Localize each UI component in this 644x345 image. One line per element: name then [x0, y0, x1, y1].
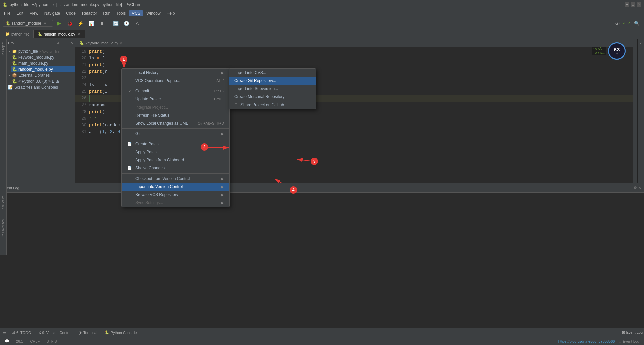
tree-external[interactable]: ▼ 📦 External Libraries — [7, 72, 75, 78]
tree-file-keyword[interactable]: 🐍 keyword_module.py — [11, 54, 75, 60]
menu-help[interactable]: Help — [164, 10, 178, 16]
menu-file[interactable]: File — [1, 10, 13, 16]
git-label: Git: — [615, 21, 621, 25]
tab-terminal[interactable]: ❯ Terminal — [75, 329, 101, 336]
vcs-shelve[interactable]: 📄Shelve Changes... — [122, 164, 229, 172]
vcs-git[interactable]: Git ▶ — [122, 130, 229, 138]
vcs-refresh-status[interactable]: Refresh File Status — [122, 111, 229, 119]
vcs-checkout-label: Checkout from Version Control — [135, 176, 190, 181]
history-button[interactable]: 🕐 — [122, 19, 131, 28]
perf-download-val: 0.1 K/s — [595, 52, 605, 55]
project-side-label[interactable]: 1: Project — [1, 39, 6, 58]
menu-bar: File Edit View Navigate Code Refactor Ru… — [0, 9, 644, 17]
vcs-operations-popup[interactable]: VCS Operations Popup... Alt+` — [122, 77, 229, 85]
project-divider-icon[interactable]: ÷ — [61, 41, 64, 45]
vcs-show-uml[interactable]: Show Local Changes as UML Ctrl+Alt+Shift… — [122, 119, 229, 127]
menu-tools[interactable]: Tools — [114, 10, 128, 16]
vcs-local-history-label: Local History — [135, 70, 158, 75]
vcs-browse[interactable]: Browse VCS Repository ▶ — [122, 191, 229, 199]
submenu-import: Import into CVS... Create Git Repository… — [229, 68, 316, 109]
project-minimize-icon[interactable]: — — [64, 41, 69, 45]
project-gear-icon[interactable]: ⚙ — [56, 41, 60, 45]
menu-navigate[interactable]: Navigate — [42, 10, 63, 16]
menu-vcs[interactable]: VCS — [129, 10, 143, 16]
vcs-apply-patch-clipboard[interactable]: Apply Patch from Clipboard... — [122, 156, 229, 164]
tab-vc-label: 9: Version Control — [42, 331, 71, 335]
tree-root[interactable]: ▼ 📁 python_file F:\python_file — [7, 48, 75, 54]
vcs-local-history[interactable]: Local History ▶ — [122, 69, 229, 77]
menu-view[interactable]: View — [27, 10, 41, 16]
tab-close-icon[interactable]: ✕ — [78, 32, 80, 36]
status-url[interactable]: https://blog.csdn.net/qq_37808566 — [558, 339, 615, 343]
vcs-import[interactable]: Import into Version Control ▶ — [122, 183, 229, 191]
profile-button[interactable]: 📊 — [87, 19, 96, 28]
vcs-commit[interactable]: ✓Commit... Ctrl+K — [122, 87, 229, 95]
status-event-log-icon: ⊞ — [618, 339, 621, 343]
tab-python-console[interactable]: 🐍 Python Console — [101, 329, 140, 336]
vcs-git-label: Git — [135, 131, 140, 136]
minimize-button[interactable]: ─ — [625, 2, 629, 7]
tab-version-control[interactable]: ⑆ 9: Version Control — [35, 329, 75, 336]
tab-todo[interactable]: ☑ 6: TODO — [8, 329, 35, 336]
event-log-close-icon[interactable]: ✕ — [638, 186, 641, 190]
vcs-sep-1 — [122, 86, 229, 86]
tree-file-random-label: random_module.py — [18, 67, 53, 72]
tree-file-math[interactable]: 🐍 math_module.py — [11, 60, 75, 66]
status-encoding[interactable]: UTF-8 — [44, 339, 59, 343]
favorites-label[interactable]: 2: Favorites — [1, 219, 5, 237]
vcs-checkout[interactable]: Checkout from Version Control ▶ — [122, 175, 229, 183]
perf-circle: 63 × — [608, 42, 626, 60]
vcs-apply-patch[interactable]: Apply Patch... — [122, 148, 229, 156]
editor-tab-keyword-icon: 🐍 — [79, 41, 84, 45]
submenu-share-github[interactable]: ⊙ Share Project on GitHub — [229, 101, 316, 109]
revert-button[interactable]: ⎌ — [132, 19, 142, 28]
pause-button[interactable]: ⏸ — [97, 19, 107, 28]
right-panel-icon-1[interactable]: Z — [639, 40, 643, 46]
debug-button[interactable]: 🐞 — [65, 19, 74, 28]
tree-root-icon: 📁 — [12, 49, 17, 54]
tree-file-random[interactable]: 🐍 random_module.py — [11, 66, 75, 72]
submenu-import-cvs[interactable]: Import into CVS... — [229, 69, 316, 77]
run-config-arrow: ▾ — [44, 21, 46, 26]
search-everywhere-button[interactable]: 🔍 — [632, 19, 641, 28]
structure-label[interactable]: Structure — [1, 195, 5, 209]
update-button[interactable]: 🔄 — [111, 19, 120, 28]
tab-python-file[interactable]: 📁 python_file — [1, 30, 34, 38]
tab-python-file-label: python_file — [11, 32, 29, 36]
submenu-import-svn[interactable]: Import into Subversion... — [229, 85, 316, 93]
menu-refactor[interactable]: Refactor — [79, 10, 100, 16]
tree-root-arrow: ▼ — [8, 50, 11, 53]
event-log-tab[interactable]: ⊞ Event Log — [622, 330, 643, 335]
run-button[interactable]: ▶ — [54, 19, 64, 28]
tree-scratches[interactable]: 📝 Scratches and Consoles — [7, 84, 75, 90]
vcs-shelve-label: Shelve Changes... — [135, 166, 168, 170]
tab-todo-icon: ☑ — [12, 330, 15, 335]
close-button[interactable]: ✕ — [637, 2, 641, 7]
coverage-button[interactable]: ⚡ — [76, 19, 85, 28]
status-crlf[interactable]: CRLF — [28, 339, 42, 343]
menu-window[interactable]: Window — [144, 10, 163, 16]
event-log-area: Event Log ⚙ ✕ ✏ 🗑 🔧 — [0, 183, 644, 250]
submenu-create-git[interactable]: Create Git Repository... — [229, 77, 316, 85]
project-close-icon[interactable]: ✕ — [70, 41, 74, 45]
status-event-log[interactable]: ⊞ Event Log — [616, 339, 641, 343]
status-line-col[interactable]: 26:1 — [14, 339, 25, 343]
menu-code[interactable]: Code — [63, 10, 78, 16]
status-messages-icon[interactable]: 💬 — [3, 339, 11, 343]
editor-tab-keyword[interactable]: 🐍 keyword_module.py ✕ — [75, 39, 126, 46]
submenu-create-mercurial[interactable]: Create Mercurial Repository — [229, 93, 316, 101]
vcs-create-patch[interactable]: 📄Create Patch... — [122, 140, 229, 148]
tree-python-child[interactable]: 🐍 < Python 3.6 (3) > E:\a — [11, 78, 75, 84]
vcs-update-label: Update Project... — [135, 97, 165, 101]
menu-run[interactable]: Run — [100, 10, 113, 16]
event-log-settings-icon[interactable]: ⚙ — [634, 186, 637, 190]
run-config-selector[interactable]: 🐍 random_module ▾ — [3, 20, 53, 27]
maximize-button[interactable]: □ — [631, 2, 635, 7]
project-panel: Proj... ⚙ ÷ — ✕ ▼ 📁 python_file F:\pytho… — [7, 39, 75, 183]
vcs-update-project[interactable]: Update Project... Ctrl+T — [122, 95, 229, 103]
menu-edit[interactable]: Edit — [14, 10, 26, 16]
project-tab-label[interactable]: Proj... — [8, 41, 18, 45]
bottom-expand-icon[interactable]: ☰ — [1, 329, 8, 336]
tab-random-module[interactable]: 🐍 random_module.py ✕ — [34, 30, 85, 38]
editor-tab-keyword-close[interactable]: ✕ — [120, 41, 122, 45]
